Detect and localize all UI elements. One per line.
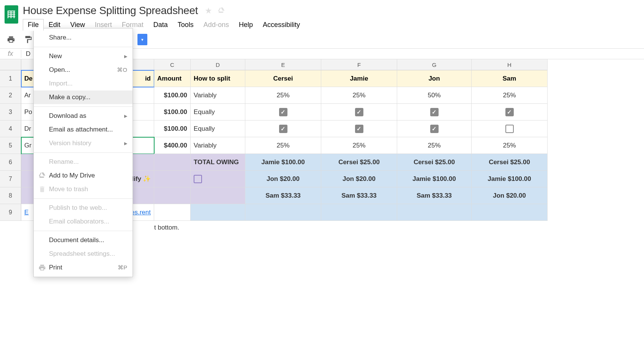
- menu-new[interactable]: New▶: [34, 49, 133, 63]
- menu-help[interactable]: Help: [234, 19, 258, 31]
- menu-tools[interactable]: Tools: [173, 19, 199, 31]
- cell-g2[interactable]: 50%: [397, 87, 472, 104]
- toolbar-dropdown-button[interactable]: [137, 34, 147, 45]
- cell-c5[interactable]: $400.00: [154, 137, 191, 154]
- cell-h7[interactable]: Jamie $100.00: [472, 171, 548, 187]
- cell-e5[interactable]: 25%: [245, 137, 321, 154]
- cell-f9[interactable]: [321, 204, 397, 221]
- col-header-c[interactable]: C: [154, 59, 191, 70]
- cell-f1[interactable]: Jamie: [321, 70, 397, 87]
- row-header-8[interactable]: 8: [0, 187, 21, 204]
- menu-data[interactable]: Data: [148, 19, 173, 31]
- menu-doc-details[interactable]: Document details...: [34, 233, 133, 235]
- checkbox-icon[interactable]: [430, 125, 439, 133]
- checkbox-icon[interactable]: [194, 175, 202, 183]
- menu-make-copy[interactable]: Make a copy...: [34, 90, 133, 104]
- cell-e8[interactable]: Sam $33.33: [245, 187, 321, 204]
- cell-d9[interactable]: [191, 204, 245, 221]
- cell-g5[interactable]: 25%: [397, 137, 472, 154]
- menu-share[interactable]: Share...: [34, 31, 133, 44]
- cell-d2[interactable]: Variably: [191, 87, 245, 104]
- col-header-f[interactable]: F: [321, 59, 397, 70]
- cell-g4[interactable]: [397, 120, 472, 137]
- menu-addons[interactable]: Add-ons: [199, 19, 234, 31]
- cell-d7[interactable]: [191, 171, 245, 187]
- cell-h3[interactable]: [472, 104, 548, 120]
- cell-c7[interactable]: [154, 171, 191, 187]
- cell-f7[interactable]: Jon $20.00: [321, 171, 397, 187]
- col-header-e[interactable]: E: [245, 59, 321, 70]
- document-title[interactable]: House Expense Splitting Spreadsheet: [23, 5, 198, 17]
- cell-e4[interactable]: [245, 120, 321, 137]
- row-header-6[interactable]: 6: [0, 154, 21, 171]
- cell-c3[interactable]: $100.00: [154, 104, 191, 120]
- cell-d1[interactable]: How to split: [191, 70, 245, 87]
- menu-open[interactable]: Open...⌘O: [34, 63, 133, 77]
- cell-g1[interactable]: Jon: [397, 70, 472, 87]
- menu-download-as[interactable]: Download as▶: [34, 109, 133, 123]
- cell-g9[interactable]: [397, 204, 472, 221]
- cell-f4[interactable]: [321, 120, 397, 137]
- cell-c9[interactable]: [154, 204, 191, 221]
- cell-e3[interactable]: [245, 104, 321, 120]
- cell-g3[interactable]: [397, 104, 472, 120]
- cell-h6[interactable]: Cersei $25.00: [472, 154, 548, 171]
- cell-h4[interactable]: [472, 120, 548, 137]
- checkbox-icon[interactable]: [279, 108, 287, 116]
- col-header-d[interactable]: D: [191, 59, 245, 70]
- cell-d5[interactable]: Variably: [191, 137, 245, 154]
- row-header-1[interactable]: 1: [0, 70, 21, 87]
- cell-g8[interactable]: Sam $33.33: [397, 187, 472, 204]
- menu-rename: Rename...: [34, 155, 133, 169]
- sheets-logo[interactable]: [3, 3, 20, 26]
- cell-g7[interactable]: Jamie $100.00: [397, 171, 472, 187]
- cell-f5[interactable]: 25%: [321, 137, 397, 154]
- checkbox-icon[interactable]: [430, 108, 439, 116]
- cell-f2[interactable]: 25%: [321, 87, 397, 104]
- cell-d3[interactable]: Equally: [191, 104, 245, 120]
- move-to-drive-icon[interactable]: [218, 7, 225, 14]
- cell-f8[interactable]: Sam $33.33: [321, 187, 397, 204]
- cell-e2[interactable]: 25%: [245, 87, 321, 104]
- cell-f6[interactable]: Cersei $25.00: [321, 154, 397, 171]
- checkbox-icon[interactable]: [355, 125, 363, 133]
- checkbox-icon[interactable]: [505, 125, 514, 133]
- checkbox-icon[interactable]: [279, 125, 287, 133]
- cell-c8[interactable]: [154, 187, 191, 204]
- star-icon[interactable]: [205, 7, 212, 14]
- cell-c2[interactable]: $100.00: [154, 87, 191, 104]
- cell-e1[interactable]: Cersei: [245, 70, 321, 87]
- cell-c1[interactable]: Amount: [154, 70, 191, 87]
- cell-e7[interactable]: Jon $20.00: [245, 171, 321, 187]
- cell-c6[interactable]: [154, 154, 191, 171]
- cell-d8[interactable]: [191, 187, 245, 204]
- cell-h2[interactable]: 25%: [472, 87, 548, 104]
- checkbox-icon[interactable]: [505, 108, 514, 116]
- cell-e6[interactable]: Jamie $100.00: [245, 154, 321, 171]
- cell-h9[interactable]: [472, 204, 548, 221]
- checkbox-icon[interactable]: [355, 108, 363, 116]
- menu-accessibility[interactable]: Accessibility: [258, 19, 305, 31]
- cell-h8[interactable]: Jon $20.00: [472, 187, 548, 204]
- menu-file[interactable]: File: [23, 19, 44, 31]
- cell-d6[interactable]: TOTAL OWING: [191, 154, 245, 171]
- row-header-2[interactable]: 2: [0, 87, 21, 104]
- col-header-h[interactable]: H: [472, 59, 548, 70]
- cell-c4[interactable]: $100.00: [154, 120, 191, 137]
- menu-email-attachment[interactable]: Email as attachment...: [34, 123, 133, 136]
- col-header-g[interactable]: G: [397, 59, 472, 70]
- cell-d4[interactable]: Equally: [191, 120, 245, 137]
- row-header-5[interactable]: 5: [0, 137, 21, 154]
- print-button[interactable]: [5, 34, 17, 45]
- cell-h1[interactable]: Sam: [472, 70, 548, 87]
- cell-f3[interactable]: [321, 104, 397, 120]
- row-header-3[interactable]: 3: [0, 104, 21, 120]
- cell-g6[interactable]: Cersei $25.00: [397, 154, 472, 171]
- menu-add-to-drive[interactable]: Add to My Drive: [34, 169, 133, 182]
- cell-e9[interactable]: [245, 204, 321, 221]
- row-header-4[interactable]: 4: [0, 120, 21, 137]
- select-all-corner[interactable]: [0, 59, 21, 70]
- row-header-9[interactable]: 9: [0, 204, 21, 221]
- row-header-7[interactable]: 7: [0, 171, 21, 187]
- cell-h5[interactable]: 25%: [472, 137, 548, 154]
